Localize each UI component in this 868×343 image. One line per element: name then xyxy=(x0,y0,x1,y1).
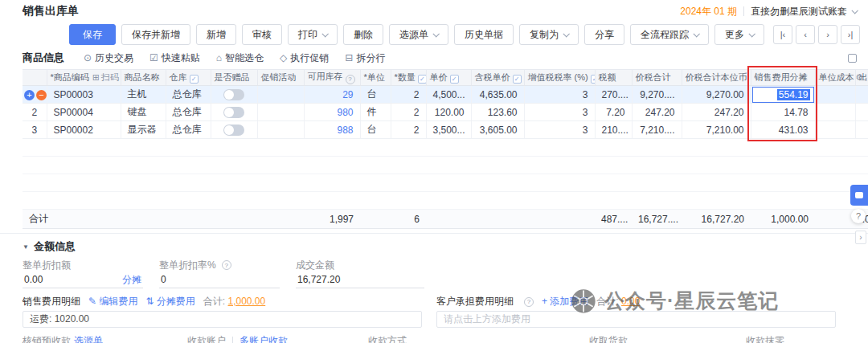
cell-tax-price[interactable]: 4,635.00 xyxy=(471,86,524,104)
add-fee-link[interactable]: + 添加费用 xyxy=(542,295,588,308)
help-icon[interactable]: ? xyxy=(346,75,355,84)
multi-account-link[interactable]: 多账户收款 xyxy=(240,334,288,343)
table-row[interactable]: 2 SP00004 键盘 总仓库 980 件 2 120.00 123.60 3… xyxy=(23,104,868,121)
cell-sales-fee[interactable]: 14.78 xyxy=(751,104,815,121)
batch-edit-icon[interactable]: ✓ xyxy=(450,75,459,84)
cell-amount[interactable]: 9,270.... xyxy=(632,86,682,104)
cell-out-cost[interactable] xyxy=(855,104,868,121)
cell-available-stock[interactable]: 988 xyxy=(304,121,360,139)
full-trace-button[interactable]: 全流程跟踪 xyxy=(630,24,709,45)
collapse-arrow-button[interactable]: › xyxy=(855,231,866,244)
save-and-add-button[interactable]: 保存并新增 xyxy=(121,24,190,45)
cell-amount-cny[interactable]: 9,270.00 xyxy=(682,86,751,104)
cell-product-name[interactable]: 主机 xyxy=(121,86,166,104)
cell-product-code[interactable]: SP00004 xyxy=(47,104,121,121)
link-exec-promotion[interactable]: ◇执行促销 xyxy=(280,51,329,65)
cell-tax-rate[interactable]: 3 xyxy=(524,86,595,104)
share-link[interactable]: 分摊 xyxy=(122,273,141,287)
cell-qty[interactable]: 2 xyxy=(391,104,426,121)
audit-button[interactable]: 审核 xyxy=(242,24,282,45)
nav-prev-button[interactable]: ‹ xyxy=(796,25,815,44)
cell-tax[interactable]: 270.... xyxy=(595,86,632,104)
cell-unit-cost[interactable] xyxy=(815,121,855,139)
link-quick-paste[interactable]: ☑快速粘贴 xyxy=(149,51,200,65)
cell-price[interactable]: 3,500... xyxy=(426,121,471,139)
deal-amount-input[interactable]: 16,727.20 xyxy=(296,272,424,288)
batch-edit-icon[interactable]: ✓ xyxy=(418,75,426,84)
discount-amount-input[interactable]: 0.00 分摊 xyxy=(23,272,143,288)
edit-fee-link[interactable]: ✎ 编辑费用 xyxy=(88,295,137,308)
cell-promotion[interactable] xyxy=(257,121,304,139)
cell-tax-price[interactable]: 123.60 xyxy=(471,104,524,121)
cell-available-stock[interactable]: 29 xyxy=(304,86,360,104)
history-bills-button[interactable]: 历史单据 xyxy=(454,24,514,45)
print-button[interactable]: 打印 xyxy=(288,24,338,45)
customer-fee-placeholder-box[interactable]: 请点击上方添加费用 xyxy=(436,311,836,328)
cell-tax[interactable]: 7.20 xyxy=(595,104,632,121)
accounting-period[interactable]: 2024年 01 期 xyxy=(680,5,737,18)
discount-rate-input[interactable]: 0 xyxy=(159,272,280,288)
batch-edit-icon[interactable]: ✓ xyxy=(591,75,595,84)
cell-unit-cost[interactable] xyxy=(815,86,855,104)
cell-qty[interactable]: 2 xyxy=(391,121,426,139)
cell-tax-rate[interactable]: 3 xyxy=(524,104,595,121)
add-button[interactable]: 新增 xyxy=(196,24,236,45)
cell-sales-fee-editing[interactable]: 554.19 xyxy=(751,86,815,104)
cell-unit[interactable]: 台 xyxy=(360,121,391,139)
cell-unit-cost[interactable] xyxy=(815,104,855,121)
cell-product-code[interactable]: SP00002 xyxy=(47,121,121,139)
expand-icon[interactable] xyxy=(848,54,857,63)
cell-product-code[interactable]: SP00003 xyxy=(47,86,121,104)
help-float-button[interactable]: ? xyxy=(851,209,866,223)
nav-last-button[interactable]: ›| xyxy=(841,25,860,44)
cell-amount-cny[interactable]: 247.20 xyxy=(682,104,751,121)
link-history-trade[interactable]: ⊙历史交易 xyxy=(84,51,133,65)
copy-as-button[interactable]: 复制为 xyxy=(519,24,579,45)
save-button[interactable]: 保存 xyxy=(69,24,116,45)
cell-amount-cny[interactable]: 7,210.00 xyxy=(682,121,751,139)
gift-toggle[interactable] xyxy=(223,125,244,136)
chat-float-button[interactable] xyxy=(850,185,868,206)
select-source-button[interactable]: 选源单 xyxy=(389,24,448,45)
add-row-icon[interactable]: + xyxy=(24,90,35,100)
scan-button[interactable]: ⊞扫码 xyxy=(92,72,119,82)
batch-edit-icon[interactable]: ✓ xyxy=(190,75,199,84)
account-set-selector[interactable]: 直接勿删星辰测试账套 xyxy=(751,5,857,18)
cell-amount[interactable]: 7,210.... xyxy=(632,121,682,139)
nav-next-button[interactable]: › xyxy=(818,25,837,44)
allocate-fee-link[interactable]: ⇅ 分摊费用 xyxy=(145,295,194,308)
cell-warehouse[interactable]: 总仓库 xyxy=(166,121,211,139)
batch-edit-icon[interactable]: ✓ xyxy=(513,75,522,84)
cell-tax-price[interactable]: 3,605.00 xyxy=(471,121,524,139)
cell-out-cost[interactable] xyxy=(855,121,868,139)
cell-warehouse[interactable]: 总仓库 xyxy=(166,86,211,104)
cell-price[interactable]: 120.00 xyxy=(426,104,471,121)
cell-sales-fee[interactable]: 431.03 xyxy=(751,121,815,139)
cell-warehouse[interactable]: 总仓库 xyxy=(166,104,211,121)
customer-fee-total[interactable]: 0.00 xyxy=(621,296,640,307)
delete-button[interactable]: 删除 xyxy=(343,24,383,45)
cell-amount[interactable]: 247.20 xyxy=(632,104,682,121)
link-smart-warehouse[interactable]: ⌂智能选仓 xyxy=(216,51,264,65)
cell-tax-rate[interactable]: 3 xyxy=(524,121,595,139)
help-icon[interactable]: ? xyxy=(222,260,231,270)
cell-qty[interactable]: 2 xyxy=(391,86,426,104)
gift-toggle[interactable] xyxy=(223,89,244,100)
remove-row-icon[interactable]: − xyxy=(36,90,47,100)
cell-unit[interactable]: 台 xyxy=(360,86,391,104)
cell-product-name[interactable]: 显示器 xyxy=(121,121,166,139)
help-icon[interactable]: ? xyxy=(524,297,534,307)
cell-promotion[interactable] xyxy=(257,104,304,121)
gift-toggle[interactable] xyxy=(223,107,244,118)
gear-icon[interactable]: ⚙ xyxy=(855,72,863,83)
cell-product-name[interactable]: 键盘 xyxy=(121,104,166,121)
table-row[interactable]: 3 SP00002 显示器 总仓库 988 台 2 3,500... 3,605… xyxy=(23,121,868,139)
cell-promotion[interactable] xyxy=(257,86,304,104)
cell-unit[interactable]: 件 xyxy=(360,104,391,121)
sales-fee-total[interactable]: 1,000.00 xyxy=(228,296,266,307)
freight-item-box[interactable]: 运费: 1020.00 xyxy=(23,311,422,328)
table-row[interactable]: +− SP00003 主机 总仓库 29 台 2 4,500... 4,635.… xyxy=(23,86,868,104)
nav-first-button[interactable]: |‹ xyxy=(773,25,792,44)
cell-price[interactable]: 4,500... xyxy=(426,86,471,104)
share-button[interactable]: 分享 xyxy=(584,24,624,45)
